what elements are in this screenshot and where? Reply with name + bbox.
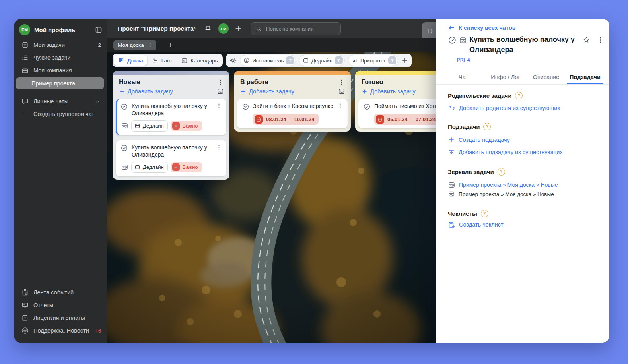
star-icon[interactable]: [582, 36, 591, 44]
main-header: Проект “Пример проекта” EM: [107, 19, 436, 38]
board-tabs-row: Моя доска: [107, 38, 436, 52]
sidebar-item-label: Поддержка, Новости: [33, 327, 91, 334]
tab-my-board[interactable]: Моя доска: [113, 40, 156, 50]
help-icon[interactable]: ?: [515, 92, 523, 99]
mirror-breadcrumb-text: Пример проекта » Моя доска » Новые: [448, 189, 602, 199]
task-card[interactable]: Купить волшебную палочку у Оливандера Де…: [116, 140, 226, 176]
calendar-icon: [376, 115, 384, 124]
kanban-board: Доска Гант Календарь Исполните: [107, 52, 436, 343]
add-board-icon[interactable]: [167, 41, 174, 48]
sidebar-item-company[interactable]: Моя компания: [14, 64, 107, 77]
card-menu-icon[interactable]: [216, 103, 222, 109]
funnel-icon[interactable]: [335, 56, 343, 64]
help-icon[interactable]: ?: [481, 210, 488, 217]
company-search[interactable]: [251, 22, 341, 35]
mirror-breadcrumb-link[interactable]: Пример проекта » Моя доска » Новые: [448, 180, 602, 190]
tab-description[interactable]: Описание: [533, 71, 560, 83]
column-layout-icon[interactable]: [338, 88, 345, 95]
sidebar-item-license[interactable]: Лицензия и оплаты: [14, 312, 107, 324]
collapse-sidebar-icon[interactable]: [95, 26, 103, 34]
task-card[interactable]: Поймать письмо из Хогв 05.01.24 — 07.01.…: [358, 99, 436, 128]
mirrors-section-header: Зеркала задачи ?: [448, 167, 602, 176]
create-checklist-link[interactable]: Создать чеклист: [448, 220, 602, 229]
tab-subtasks[interactable]: Подзадачи: [570, 71, 601, 83]
deadline-label: Дедлайн: [143, 123, 164, 129]
check-circle-icon[interactable]: [121, 103, 128, 110]
dates-badge[interactable]: 08.01.24 — 10.01.24: [253, 114, 319, 125]
scroll-icon: [21, 314, 29, 322]
add-parent-link[interactable]: Добавить родителя из существующих: [448, 103, 602, 113]
add-subtask-icon: [448, 149, 455, 156]
gear-icon[interactable]: [229, 57, 237, 64]
chevron-up-icon[interactable]: [95, 98, 101, 105]
filter-deadline[interactable]: Дедлайн: [299, 55, 345, 66]
sidebar-nav: Мои задачи 2 Чужие задачи Моя компания П…: [14, 39, 107, 120]
add-task-button[interactable]: Добавить задачу: [362, 88, 436, 95]
deadline-badge[interactable]: Дедлайн: [131, 120, 168, 132]
card-menu-icon[interactable]: [337, 103, 344, 109]
support-badge: +6: [95, 328, 101, 334]
check-circle-icon[interactable]: [363, 103, 371, 110]
add-task-button[interactable]: Добавить задачу: [119, 88, 217, 95]
app-window: EM Мой профиль Мои задачи 2 Чужие задачи…: [14, 19, 609, 343]
sidebar-item-project-active[interactable]: Пример проекта: [16, 77, 104, 89]
sidebar-item-personal-chats[interactable]: Личные чаты: [14, 95, 107, 108]
add-task-button[interactable]: Добавить задачу: [240, 88, 338, 95]
dates-badge[interactable]: 05.01.24 — 07.01.24: [374, 114, 436, 125]
column-title: Готово: [362, 79, 436, 86]
check-circle-icon[interactable]: [121, 144, 128, 152]
task-card[interactable]: Купить волшебную палочку у Оливандера Де…: [116, 99, 226, 135]
task-card[interactable]: Зайти в банк в Косом переулке 08.01.24 —…: [237, 99, 348, 128]
sidebar-item-support[interactable]: Поддержка, Новости +6: [14, 324, 107, 337]
help-icon[interactable]: ?: [498, 168, 505, 176]
priority-badge[interactable]: Важно: [171, 121, 202, 131]
card-menu-icon[interactable]: [216, 144, 222, 151]
sidebar-item-others-tasks[interactable]: Чужие задачи: [14, 51, 107, 64]
column-done: Готово Добавить задачу: [355, 71, 436, 132]
column-title: В работе: [240, 79, 338, 86]
profile-name: Мой профиль: [34, 27, 91, 33]
tab-info-log[interactable]: Инфо / Лог: [491, 71, 520, 83]
sidebar-item-my-tasks[interactable]: Мои задачи 2: [14, 39, 107, 51]
profile-row[interactable]: EM Мой профиль: [19, 23, 103, 36]
task-menu-icon[interactable]: [597, 36, 604, 44]
search-input[interactable]: [265, 25, 327, 32]
tab-chat[interactable]: Чат: [459, 71, 468, 83]
my-tasks-count: 2: [98, 42, 101, 48]
dates-label: 05.01.24 — 07.01.24: [387, 116, 436, 122]
bell-icon[interactable]: [204, 25, 212, 33]
column-menu-icon[interactable]: [217, 79, 224, 86]
view-gantt[interactable]: Гант: [148, 55, 177, 66]
column-menu-icon[interactable]: [338, 79, 345, 86]
link-label: Добавить подзадачу из существующих: [459, 149, 563, 155]
sidebar-item-create-group-chat[interactable]: Создать групповой чат: [14, 108, 107, 120]
funnel-icon[interactable]: [388, 56, 396, 64]
funnel-icon[interactable]: [286, 56, 294, 64]
check-circle-icon[interactable]: [242, 103, 249, 110]
sidebar-item-events-feed[interactable]: Лента событий: [14, 286, 107, 299]
dates-label: 08.01.24 — 10.01.24: [266, 116, 314, 122]
filter-priority[interactable]: Приоритет: [348, 55, 398, 66]
project-title: Проект “Пример проекта”: [118, 25, 197, 32]
add-filter-icon[interactable]: [401, 57, 408, 64]
view-calendar[interactable]: Календарь: [177, 55, 222, 66]
task-title: Поймать письмо из Хогв: [374, 103, 436, 110]
check-circle-icon[interactable]: [448, 36, 457, 45]
task-detail-panel: К списку всех чатов Купить волшебную пал…: [436, 19, 609, 343]
filter-assignee[interactable]: Исполнитель: [240, 55, 296, 66]
add-subtask-link[interactable]: Добавить подзадачу из существующих: [448, 147, 602, 157]
header-avatar[interactable]: EM: [218, 23, 229, 34]
deadline-badge[interactable]: Дедлайн: [131, 162, 168, 173]
column-layout-icon[interactable]: [217, 88, 224, 95]
view-board[interactable]: Доска: [114, 55, 147, 66]
kebab-menu-icon[interactable]: [147, 42, 153, 48]
sidebar: EM Мой профиль Мои задачи 2 Чужие задачи…: [14, 19, 107, 343]
back-to-chats-link[interactable]: К списку всех чатов: [448, 23, 602, 33]
add-member-icon[interactable]: [234, 25, 242, 33]
sidebar-item-reports[interactable]: Отчеты: [14, 299, 107, 312]
priority-badge[interactable]: Важно: [171, 162, 202, 172]
create-subtask-link[interactable]: Создать подзадачу: [448, 135, 602, 145]
column-in-progress: В работе Добавить задачу: [234, 71, 351, 132]
help-icon[interactable]: ?: [483, 123, 491, 130]
column-title: Новые: [119, 79, 217, 86]
